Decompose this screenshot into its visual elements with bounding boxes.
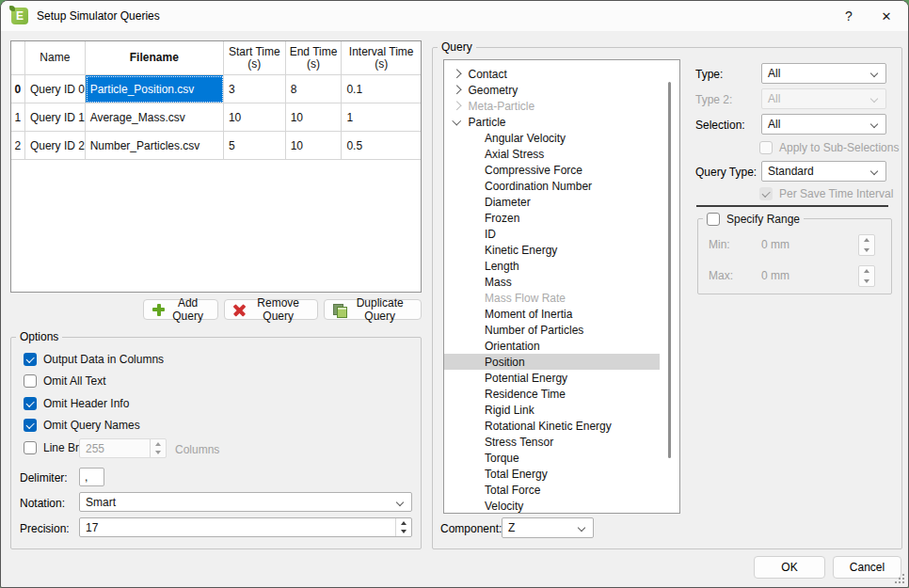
column-header[interactable]: Interval Time(s) (342, 41, 421, 75)
table-cell[interactable]: 0.1 (342, 75, 421, 103)
table-cell[interactable]: 0.5 (342, 132, 421, 160)
table-cell[interactable]: Particle_Position.csv (86, 75, 224, 103)
tree-item[interactable]: Frozen (444, 210, 660, 226)
option-checkbox[interactable] (24, 374, 37, 388)
notation-label: Notation: (20, 497, 65, 510)
tree-item[interactable]: Position (444, 354, 660, 370)
tree-item[interactable]: Number of Particles (444, 322, 660, 338)
option-label: Omit All Text (43, 374, 105, 388)
tree-item[interactable]: Compressive Force (444, 162, 660, 178)
plus-icon (152, 304, 162, 316)
line-break-checkbox[interactable] (24, 441, 37, 454)
columns-suffix-label: Columns (175, 443, 219, 456)
title-bar: E Setup Simulator Queries ? ✕ (1, 1, 908, 31)
tree-item[interactable]: Rigid Link (444, 402, 660, 418)
precision-spin-buttons[interactable] (395, 518, 411, 536)
tree-item[interactable]: Geometry (444, 82, 660, 98)
column-header[interactable]: Filename (86, 41, 224, 75)
tree-item[interactable]: Contact (444, 66, 660, 82)
table-cell[interactable]: 5 (224, 132, 286, 160)
tree-item[interactable]: Stress Tensor (444, 434, 660, 450)
table-cell[interactable]: 3 (224, 75, 286, 103)
remove-query-button[interactable]: Remove Query (224, 299, 318, 320)
table-cell[interactable]: Query ID 1 (25, 103, 86, 132)
component-select[interactable]: Z (502, 517, 594, 538)
tree-item[interactable]: Kinetic Energy (444, 242, 660, 258)
chevron-collapsed-icon[interactable] (453, 86, 461, 94)
resize-grip[interactable] (893, 572, 904, 583)
tree-item[interactable]: Total Energy (444, 466, 660, 482)
tree-item[interactable]: Coordination Number (444, 178, 660, 194)
tree-item[interactable]: Torque (444, 450, 660, 466)
selection-select[interactable]: All (761, 114, 886, 135)
tree-item-label: Angular Velocity (485, 132, 566, 145)
tree-item[interactable]: Rotational Kinetic Energy (444, 418, 660, 434)
column-header-label: End Time (290, 46, 338, 58)
cancel-button[interactable]: Cancel (833, 556, 901, 579)
tree-item-label: Stress Tensor (485, 436, 553, 449)
query-type-select[interactable]: Standard (761, 161, 886, 182)
precision-stepper[interactable]: 17 (79, 517, 412, 537)
tree-scrollbar[interactable] (668, 82, 671, 458)
type-select[interactable]: All (761, 63, 886, 84)
column-header[interactable]: Name (25, 41, 86, 75)
tree-item[interactable]: Length (444, 258, 660, 274)
column-header[interactable]: Start Time(s) (224, 41, 286, 75)
table-cell[interactable]: 1 (342, 103, 421, 132)
column-header-unit: (s) (247, 58, 261, 71)
chevron-collapsed-icon[interactable] (453, 102, 461, 110)
table-corner-cell[interactable] (11, 41, 25, 75)
ok-button[interactable]: OK (754, 556, 825, 579)
notation-select[interactable]: Smart (79, 492, 412, 512)
selection-value: All (768, 118, 780, 131)
table-cell[interactable]: 10 (286, 132, 343, 160)
tree-item[interactable]: Potential Energy (444, 370, 660, 386)
delimiter-input[interactable]: , (79, 468, 104, 486)
tree-item[interactable]: Diameter (444, 194, 660, 210)
max-spin-buttons (858, 265, 875, 287)
chevron-collapsed-icon[interactable] (453, 70, 461, 78)
queries-table[interactable]: NameFilenameStart Time(s)End Time(s)Inte… (10, 40, 422, 293)
table-cell[interactable]: Query ID 2 (25, 132, 86, 160)
close-button[interactable]: ✕ (870, 3, 902, 29)
row-header[interactable]: 2 (11, 132, 25, 160)
line-break-value: 255 (80, 439, 150, 457)
option-label: Omit Header Info (43, 397, 129, 410)
app-icon: E (11, 8, 28, 24)
column-header-label: Name (40, 52, 70, 64)
add-query-button[interactable]: Add Query (143, 299, 218, 320)
apply-sub-selections-checkbox (759, 141, 773, 154)
chevron-expanded-icon[interactable] (453, 116, 461, 124)
row-header[interactable]: 0 (11, 75, 25, 103)
tree-item[interactable]: Residence Time (444, 386, 660, 402)
tree-item-label: Length (485, 260, 519, 273)
tree-item[interactable]: Velocity (444, 498, 660, 514)
option-checkbox[interactable] (24, 419, 37, 432)
delimiter-label: Delimiter: (20, 471, 68, 485)
table-cell[interactable]: 8 (286, 75, 343, 103)
table-cell[interactable]: Number_Particles.csv (86, 132, 224, 160)
option-row: Omit Header Info (24, 396, 129, 411)
specify-range-checkbox[interactable] (707, 213, 720, 226)
column-header[interactable]: End Time(s) (286, 41, 343, 75)
tree-item[interactable]: Total Force (444, 482, 660, 498)
duplicate-query-button[interactable]: Duplicate Query (324, 299, 422, 320)
table-cell[interactable]: Query ID 0 (25, 75, 86, 103)
option-checkbox[interactable] (24, 353, 37, 366)
query-tree[interactable]: ContactGeometryMeta-ParticleParticleAngu… (443, 59, 680, 514)
table-cell[interactable]: 10 (224, 103, 286, 132)
tree-item[interactable]: Moment of Inertia (444, 306, 660, 322)
option-checkbox[interactable] (24, 397, 37, 410)
tree-item[interactable]: ID (444, 226, 660, 242)
tree-item[interactable]: Mass (444, 274, 660, 290)
tree-item[interactable]: Axial Stress (444, 146, 660, 162)
tree-item[interactable]: Particle (444, 114, 660, 130)
help-button[interactable]: ? (833, 3, 865, 29)
tree-item-label: Compressive Force (485, 164, 582, 177)
tree-item-label: Rigid Link (485, 404, 534, 417)
row-header[interactable]: 1 (11, 103, 25, 132)
table-cell[interactable]: 10 (286, 103, 343, 132)
tree-item[interactable]: Angular Velocity (444, 130, 660, 146)
table-cell[interactable]: Average_Mass.csv (86, 103, 224, 132)
tree-item[interactable]: Orientation (444, 338, 660, 354)
